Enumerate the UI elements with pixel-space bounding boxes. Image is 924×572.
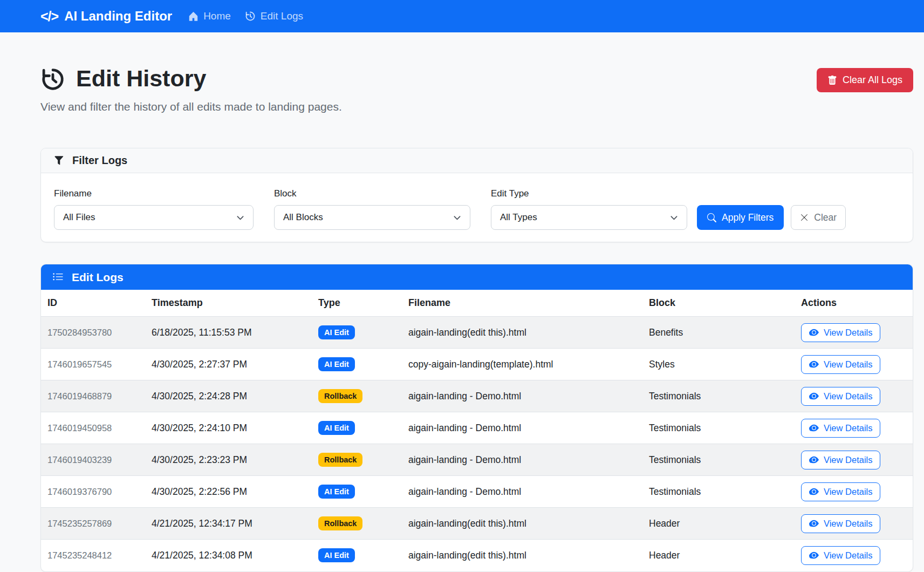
filter-actions: Apply Filters Clear	[697, 205, 846, 230]
log-filename-cell: aigain-landing - Demo.html	[402, 476, 642, 508]
log-block-cell: Testimonials	[642, 476, 795, 508]
trash-icon	[827, 76, 837, 85]
filter-field-block: Block All Blocks	[274, 188, 470, 230]
view-details-button[interactable]: View Details	[801, 355, 880, 374]
log-actions-cell: View Details	[795, 476, 913, 508]
nav-item-home[interactable]: Home	[188, 10, 231, 22]
clear-filters-button[interactable]: Clear	[791, 205, 846, 230]
log-filename-cell: aigain-landing(edit this).html	[402, 317, 642, 349]
filter-field-edit-type: Edit Type All Types	[491, 188, 687, 230]
log-block-cell: Header	[642, 540, 795, 571]
column-header-block: Block	[642, 290, 795, 317]
search-icon	[707, 213, 716, 222]
column-header-type: Type	[312, 290, 402, 317]
filename-select[interactable]: All Files	[54, 205, 254, 230]
type-badge: Rollback	[318, 516, 362, 530]
log-actions-cell: View Details	[795, 349, 913, 380]
log-timestamp-cell: 6/18/2025, 11:15:53 PM	[145, 317, 312, 349]
top-navbar: </> AI Landing Editor Home Edit Logs	[0, 0, 924, 32]
block-label: Block	[274, 188, 470, 199]
eye-icon	[809, 519, 819, 528]
nav-item-edit-logs[interactable]: Edit Logs	[245, 10, 303, 22]
history-icon	[245, 11, 256, 22]
log-row: 1746019376790 4/30/2025, 2:22:56 PM AI E…	[41, 476, 913, 508]
chevron-down-icon	[236, 214, 244, 222]
page-subtitle: View and filter the history of all edits…	[40, 100, 342, 113]
log-timestamp-cell: 4/30/2025, 2:23:23 PM	[145, 444, 312, 476]
log-filename-cell: aigain-landing - Demo.html	[402, 412, 642, 444]
log-actions-cell: View Details	[795, 444, 913, 476]
page-title-text: Edit History	[76, 65, 206, 92]
log-row: 1746019403239 4/30/2025, 2:23:23 PM Roll…	[41, 444, 913, 476]
log-actions-cell: View Details	[795, 380, 913, 412]
edit-logs-card-title: Edit Logs	[72, 271, 124, 284]
log-type-cell: AI Edit	[312, 540, 402, 571]
log-row: 1750284953780 6/18/2025, 11:15:53 PM AI …	[41, 317, 913, 349]
log-row: 1746019657545 4/30/2025, 2:27:37 PM AI E…	[41, 349, 913, 380]
eye-icon	[809, 455, 819, 465]
clear-all-logs-button[interactable]: Clear All Logs	[817, 68, 913, 92]
log-type-cell: Rollback	[312, 444, 402, 476]
log-block-cell: Testimonials	[642, 444, 795, 476]
log-id-cell: 1746019376790	[41, 476, 145, 508]
log-block-cell: Benefits	[642, 317, 795, 349]
page-title: Edit History	[40, 65, 342, 92]
type-badge: AI Edit	[318, 357, 355, 371]
log-actions-cell: View Details	[795, 412, 913, 444]
x-icon	[800, 213, 809, 222]
edit-type-label: Edit Type	[491, 188, 687, 199]
house-icon	[188, 11, 199, 22]
log-id-cell: 1746019403239	[41, 444, 145, 476]
log-row: 1745235248412 4/21/2025, 12:34:08 PM AI …	[41, 540, 913, 571]
edit-logs-card: Edit Logs ID Timestamp Type Filename Blo…	[40, 264, 913, 572]
log-type-cell: AI Edit	[312, 317, 402, 349]
type-badge: Rollback	[318, 453, 362, 467]
log-id-cell: 1746019657545	[41, 349, 145, 380]
log-filename-cell: aigain-landing - Demo.html	[402, 444, 642, 476]
table-header-row: ID Timestamp Type Filename Block Actions	[41, 290, 913, 317]
eye-icon	[809, 487, 819, 496]
log-row: 1746019468879 4/30/2025, 2:24:28 PM Roll…	[41, 380, 913, 412]
column-header-timestamp: Timestamp	[145, 290, 312, 317]
log-row: 1746019450958 4/30/2025, 2:24:10 PM AI E…	[41, 412, 913, 444]
log-filename-cell: aigain-landing(edit this).html	[402, 508, 642, 540]
log-filename-cell: aigain-landing(edit this).html	[402, 540, 642, 571]
brand-link[interactable]: </> AI Landing Editor	[40, 9, 172, 24]
view-details-button[interactable]: View Details	[801, 514, 880, 533]
log-type-cell: Rollback	[312, 508, 402, 540]
view-details-button[interactable]: View Details	[801, 419, 880, 438]
filter-card-header: Filter Logs	[41, 148, 913, 173]
edit-type-select[interactable]: All Types	[491, 205, 687, 230]
log-row: 1745235257869 4/21/2025, 12:34:17 PM Rol…	[41, 508, 913, 540]
view-details-button[interactable]: View Details	[801, 482, 880, 501]
funnel-icon	[54, 155, 64, 166]
apply-filters-button[interactable]: Apply Filters	[697, 205, 784, 230]
history-icon	[40, 67, 65, 92]
block-select[interactable]: All Blocks	[274, 205, 470, 230]
view-details-button[interactable]: View Details	[801, 387, 880, 406]
eye-icon	[809, 550, 819, 560]
eye-icon	[809, 391, 819, 401]
log-type-cell: AI Edit	[312, 476, 402, 508]
log-block-cell: Styles	[642, 349, 795, 380]
log-block-cell: Testimonials	[642, 412, 795, 444]
view-details-button[interactable]: View Details	[801, 323, 880, 342]
view-details-button[interactable]: View Details	[801, 546, 880, 565]
type-badge: AI Edit	[318, 485, 355, 499]
filter-card-title: Filter Logs	[72, 154, 127, 167]
log-actions-cell: View Details	[795, 508, 913, 540]
filter-card-body: Filename All Files Block All Blocks Edit…	[41, 173, 913, 242]
log-timestamp-cell: 4/30/2025, 2:24:28 PM	[145, 380, 312, 412]
log-timestamp-cell: 4/30/2025, 2:27:37 PM	[145, 349, 312, 380]
log-id-cell: 1745235248412	[41, 540, 145, 571]
view-details-button[interactable]: View Details	[801, 451, 880, 469]
log-type-cell: AI Edit	[312, 349, 402, 380]
edit-logs-card-header: Edit Logs	[41, 264, 913, 290]
log-filename-cell: aigain-landing - Demo.html	[402, 380, 642, 412]
log-timestamp-cell: 4/30/2025, 2:24:10 PM	[145, 412, 312, 444]
brand-label: AI Landing Editor	[64, 9, 172, 24]
list-icon	[52, 271, 64, 283]
eye-icon	[809, 423, 819, 433]
chevron-down-icon	[670, 214, 678, 222]
type-badge: AI Edit	[318, 421, 355, 435]
